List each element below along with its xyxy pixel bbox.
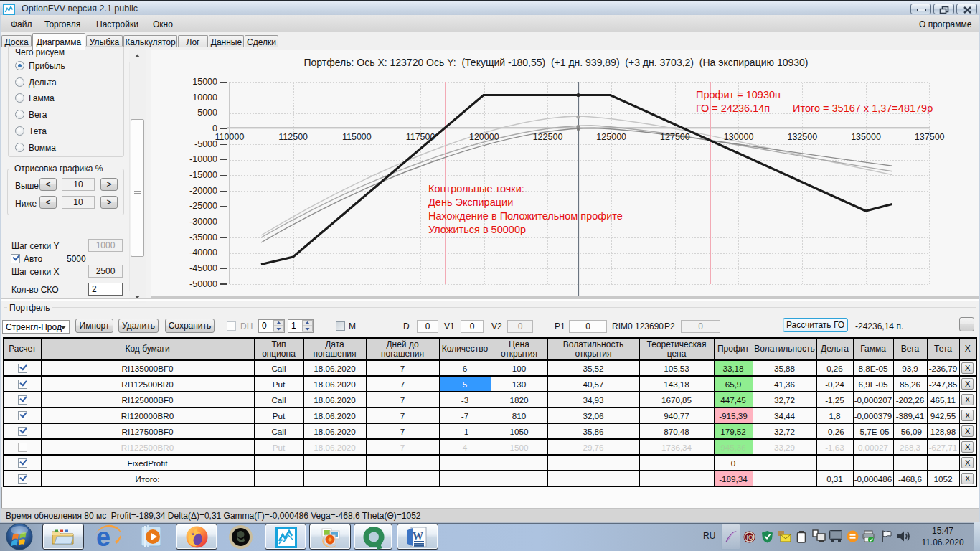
svg-text:Ю: Ю xyxy=(747,534,753,541)
svg-text:W: W xyxy=(413,530,423,542)
svg-text:e: e xyxy=(96,524,110,550)
